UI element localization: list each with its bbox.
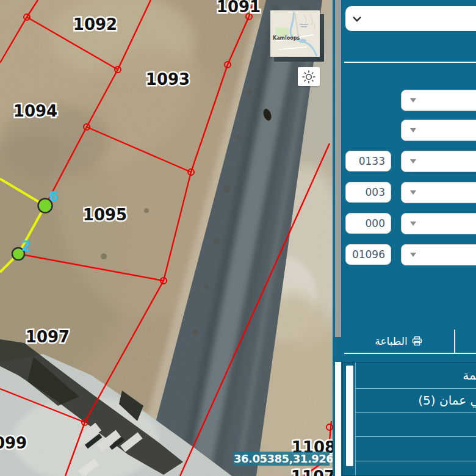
parcel-label: 1094 [13,102,57,120]
village-select[interactable] [401,151,476,172]
map-canvas[interactable]: 6 2 1092 1093 1094 1095 1091 1097 1099 1… [0,0,336,476]
parcel-select[interactable] [401,244,476,265]
results-scrollbar-thumb[interactable] [346,366,353,466]
dropdown-arrow-icon [410,159,416,164]
results-table: العاصمة أراضي عمان (5) [342,362,476,476]
satellite-map[interactable]: 6 2 1092 1093 1094 1095 1091 1097 1099 1… [0,0,336,476]
result-row-directorate[interactable]: أراضي عمان (5) [356,389,476,413]
parcel-code-input[interactable] [345,244,391,265]
dropdown-arrow-icon [410,128,416,132]
parcel-label: 1099 [0,434,27,452]
result-cell: العاصمة [356,368,476,383]
governorate-select[interactable] [401,90,476,111]
chevron-down-icon [352,15,362,23]
result-row[interactable] [356,461,476,476]
minimap-place-label: Kamloops [273,35,300,41]
result-row-governorate[interactable]: العاصمة [356,362,476,389]
panel-scrollbar-track[interactable] [335,362,341,476]
minimap-canvas: Kamloops [270,10,320,57]
vertex-number: 6 [49,189,59,204]
parcel-label: 1097 [26,328,70,346]
result-row[interactable] [356,413,476,437]
district-select[interactable] [401,213,476,234]
parcel-label: 1107 [291,467,335,476]
basin-select[interactable] [401,182,476,203]
overview-minimap[interactable]: Kamloops [270,10,320,57]
directorate-select[interactable] [401,120,476,141]
parcel-label: 1093 [146,70,190,88]
results-rows: العاصمة أراضي عمان (5) [356,362,476,476]
coordinates-readout: 36.05385,31.92679 [234,452,330,466]
dropdown-arrow-icon [410,222,416,226]
printer-icon [412,336,422,346]
result-cell: أراضي عمان (5) [356,393,476,408]
search-type-select[interactable] [345,6,476,31]
app-window: { "map": { "coords": "36.05385,31.92679"… [0,0,476,476]
panel-divider [344,62,476,63]
result-row[interactable] [356,437,476,461]
print-button[interactable]: الطباعة [365,333,432,349]
brightness-basemap-button[interactable] [298,67,320,86]
panel-scrollbar-thumb[interactable] [335,0,341,337]
village-code-input[interactable] [345,151,391,171]
toolbar-separator [454,330,455,353]
parcel-label: 1091 [217,0,261,16]
district-code-input[interactable] [345,213,391,234]
dropdown-arrow-icon [410,190,416,195]
sun-icon [301,70,316,84]
dropdown-arrow-icon [410,253,416,257]
parcel-label: 1092 [73,15,117,34]
panel-divider [344,353,476,354]
parcel-label: 1095 [83,206,127,224]
vertex-number: 2 [21,238,31,254]
dropdown-arrow-icon [410,98,416,103]
basin-code-input[interactable] [345,182,391,203]
print-button-label: الطباعة [375,335,407,347]
